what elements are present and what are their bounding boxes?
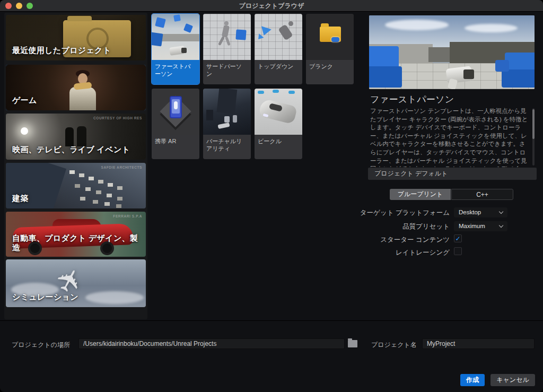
cancel-button[interactable]: キャンセル bbox=[491, 374, 535, 386]
target-platform-label: ターゲット プラットフォーム bbox=[322, 208, 450, 217]
track-marker bbox=[273, 90, 279, 93]
category-label: ゲーム bbox=[12, 95, 141, 106]
chevron-down-icon bbox=[499, 210, 503, 214]
description-scrollbar-thumb[interactable] bbox=[532, 109, 535, 139]
wall bbox=[217, 89, 238, 114]
tab-blueprint[interactable]: ブループリント bbox=[390, 189, 451, 200]
category-automotive[interactable]: FERRARI S.P.A 自動車、プロダクト デザイン、製造 bbox=[6, 212, 146, 257]
box bbox=[233, 115, 237, 123]
template-label: 携帯 AR bbox=[152, 135, 199, 159]
quality-preset-label: 品質プリセット bbox=[322, 222, 450, 231]
template-handheld-ar[interactable]: 携帯 AR bbox=[152, 89, 199, 159]
project-defaults-header: プロジェクト デフォルト bbox=[368, 168, 537, 180]
category-panel: 最近使用したプロジェクト ゲーム COURTESY OF HIGH RES 映画… bbox=[4, 13, 147, 319]
mannequin-leg bbox=[225, 37, 231, 46]
template-description: ファーストパーソン テンプレートは、一人称視点から見たプレイヤー キャラクター … bbox=[370, 107, 529, 167]
category-label: 建築 bbox=[12, 194, 141, 204]
blue-cube bbox=[369, 46, 399, 68]
blue-cube bbox=[502, 69, 535, 88]
template-label: トップダウン bbox=[255, 60, 302, 84]
project-name-label: プロジェクト名 bbox=[371, 341, 417, 350]
target-platform-value: Desktop bbox=[459, 209, 481, 215]
template-preview-image bbox=[369, 15, 535, 89]
template-blank[interactable]: ブランク bbox=[306, 14, 354, 84]
browse-folder-icon[interactable] bbox=[348, 340, 357, 347]
category-simulation[interactable]: ✈ シミュレーション bbox=[6, 259, 146, 307]
quality-preset-select[interactable]: Maximum bbox=[454, 221, 507, 231]
virtual-reality-thumbnail bbox=[203, 89, 251, 135]
box bbox=[224, 116, 230, 123]
gamepad-icon bbox=[331, 37, 339, 42]
gun-muzzle bbox=[463, 69, 474, 79]
blank-thumbnail bbox=[306, 14, 354, 60]
credit-watermark: FERRARI S.P.A bbox=[113, 214, 142, 218]
template-top-down[interactable]: トップダウン bbox=[255, 14, 302, 84]
vehicle-thumbnail bbox=[255, 89, 302, 135]
mannequin-head bbox=[288, 21, 293, 26]
mannequin-figure bbox=[278, 24, 293, 40]
starter-content-label: スターター コンテンツ bbox=[322, 236, 450, 245]
template-vehicle[interactable]: ビークル bbox=[255, 89, 302, 159]
category-label: 映画、テレビ、ライブ イベント bbox=[12, 145, 141, 155]
track-marker bbox=[288, 91, 295, 94]
check-icon: ✓ bbox=[455, 235, 460, 242]
project-location-input[interactable] bbox=[78, 338, 345, 349]
light-flare bbox=[21, 127, 28, 135]
blue-cube bbox=[235, 29, 246, 40]
category-label: シミュレーション bbox=[12, 292, 141, 302]
tab-cpp[interactable]: C++ bbox=[451, 189, 513, 200]
template-label: ビークル bbox=[255, 135, 302, 159]
raytracing-checkbox[interactable] bbox=[454, 247, 462, 255]
mannequin-torso bbox=[222, 25, 230, 38]
target-platform-select[interactable]: Desktop bbox=[454, 207, 507, 217]
blue-cube bbox=[183, 23, 193, 33]
box bbox=[206, 110, 213, 120]
cloud bbox=[465, 24, 518, 32]
quality-preset-value: Maximum bbox=[459, 223, 485, 229]
blue-cube bbox=[369, 66, 402, 88]
category-recent-projects[interactable]: 最近使用したプロジェクト bbox=[6, 15, 146, 60]
track-marker bbox=[258, 91, 264, 94]
handheld-ar-thumbnail bbox=[152, 89, 199, 135]
blue-cube bbox=[155, 17, 166, 28]
cloud bbox=[385, 20, 449, 30]
template-label: ブランク bbox=[306, 60, 354, 84]
ar-object bbox=[174, 101, 178, 109]
template-first-person[interactable]: ファーストパーソン bbox=[152, 14, 199, 84]
starter-content-checkbox[interactable]: ✓ bbox=[454, 234, 462, 242]
template-label: バーチャルリアリティ bbox=[203, 135, 251, 159]
silhouette-figure bbox=[77, 126, 86, 146]
blue-cube bbox=[505, 53, 535, 72]
category-film-tv[interactable]: COURTESY OF HIGH RES 映画、テレビ、ライブ イベント bbox=[6, 114, 146, 160]
terraced-blocks bbox=[69, 170, 75, 174]
project-name-input[interactable] bbox=[422, 338, 535, 349]
car-body bbox=[258, 98, 297, 124]
credit-watermark: COURTESY OF HIGH RES bbox=[93, 116, 142, 120]
category-architecture[interactable]: SAFDIE ARCHITECTS 建築 bbox=[6, 163, 146, 208]
create-button[interactable]: 作成 bbox=[460, 374, 485, 386]
chevron-down-icon bbox=[499, 223, 503, 228]
footer-divider bbox=[0, 320, 543, 321]
blue-cube bbox=[152, 32, 163, 46]
template-label: サードパーソン bbox=[203, 60, 251, 84]
silhouette-figure bbox=[65, 127, 74, 146]
template-detail-title: ファーストパーソン bbox=[370, 93, 454, 106]
mannequin-leg bbox=[218, 36, 225, 46]
credit-watermark: SAFDIE ARCHITECTS bbox=[101, 165, 143, 169]
blue-cube bbox=[495, 60, 509, 72]
gun-muzzle bbox=[181, 48, 187, 53]
window-title: プロジェクトブラウザ bbox=[0, 0, 543, 12]
description-scrollbar-track[interactable] bbox=[532, 108, 535, 165]
category-label: 最近使用したプロジェクト bbox=[12, 46, 141, 56]
top-down-thumbnail bbox=[255, 14, 302, 60]
template-third-person[interactable]: サードパーソン bbox=[203, 14, 251, 84]
project-location-label: プロジェクトの場所 bbox=[12, 341, 70, 350]
third-person-thumbnail bbox=[203, 14, 251, 60]
first-person-thumbnail bbox=[152, 14, 199, 60]
category-games[interactable]: ゲーム bbox=[6, 65, 146, 110]
template-virtual-reality[interactable]: バーチャルリアリティ bbox=[203, 89, 251, 159]
template-label: ファーストパーソン bbox=[152, 60, 199, 84]
category-label: 自動車、プロダクト デザイン、製造 bbox=[12, 233, 141, 254]
raytracing-label: レイトレーシング bbox=[322, 248, 450, 257]
vr-controller bbox=[217, 123, 230, 129]
